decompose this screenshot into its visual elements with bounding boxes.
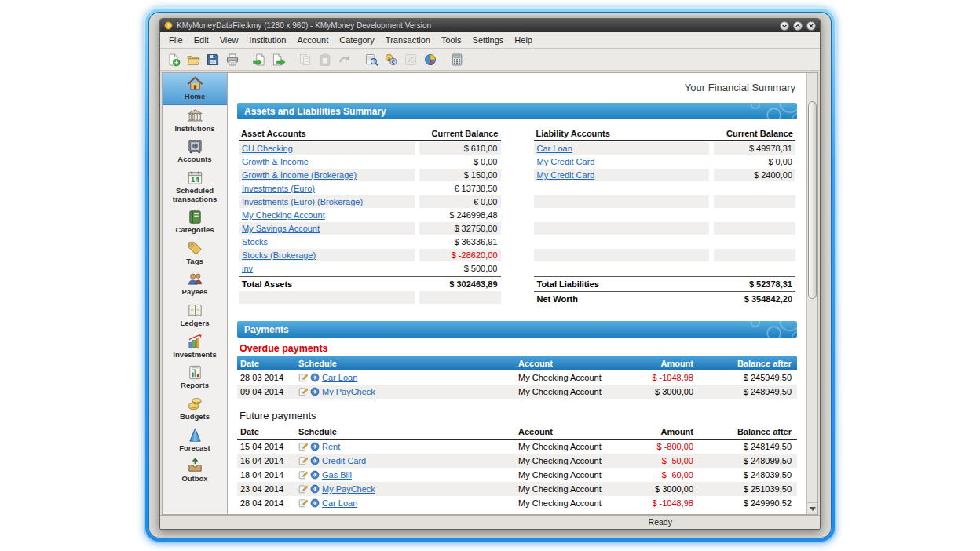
- titlebar[interactable]: KMyMoneyDataFile.kmy (1280 x 960) - KMyM…: [160, 19, 820, 32]
- account-link[interactable]: CU Checking: [242, 144, 293, 153]
- toolbar-button[interactable]: [448, 51, 466, 68]
- account-link[interactable]: Investments (Euro): [242, 184, 315, 193]
- enter-schedule-icon[interactable]: [310, 484, 320, 494]
- sidebar-item[interactable]: Categories: [163, 206, 227, 238]
- edit-schedule-icon[interactable]: [298, 498, 308, 508]
- minimize-button[interactable]: [780, 21, 789, 31]
- account-link[interactable]: Growth & Income: [242, 157, 309, 166]
- screenshot-frame: KMyMoneyDataFile.kmy (1280 x 960) - KMyM…: [144, 7, 836, 543]
- sidebar-item-label: Accounts: [177, 155, 211, 164]
- schedule-link[interactable]: Rent: [322, 442, 340, 451]
- asset-account-row: CU Checking $ 610,00: [239, 142, 501, 155]
- sidebar-item[interactable]: Payees: [163, 268, 227, 300]
- vertical-scrollbar[interactable]: [806, 73, 817, 514]
- statusbar: Ready: [160, 515, 820, 529]
- toolbar-button[interactable]: [250, 51, 268, 68]
- account-link[interactable]: My Credit Card: [537, 170, 595, 180]
- schedule-link[interactable]: Car Loan: [322, 373, 357, 382]
- schedule-link[interactable]: Gas Bill: [322, 470, 352, 480]
- toolbar-button[interactable]: [336, 51, 353, 68]
- sidebar-item-icon: [187, 302, 203, 319]
- schedule-link[interactable]: My PayCheck: [322, 387, 375, 396]
- menu-item[interactable]: Help: [509, 34, 538, 46]
- account-link[interactable]: Car Loan: [537, 144, 572, 153]
- payment-date: 09 04 2014: [237, 387, 295, 396]
- enter-schedule-icon[interactable]: [310, 442, 320, 451]
- sidebar-item[interactable]: Investments: [163, 331, 227, 363]
- toolbar-button[interactable]: [270, 51, 287, 68]
- liability-balance-header: Current Balance: [726, 129, 793, 138]
- maximize-button[interactable]: [793, 21, 803, 31]
- schedule-link[interactable]: My PayCheck: [322, 484, 375, 494]
- sidebar-item[interactable]: Institutions: [163, 105, 227, 137]
- toolbar-button[interactable]: [363, 51, 380, 68]
- account-link[interactable]: My Credit Card: [537, 157, 595, 166]
- account-link[interactable]: inv: [242, 264, 253, 273]
- menu-item[interactable]: Category: [334, 34, 380, 46]
- enter-schedule-icon[interactable]: [310, 470, 320, 480]
- account-link[interactable]: My Savings Account: [242, 224, 320, 233]
- toolbar-button[interactable]: [402, 51, 419, 68]
- sidebar-item[interactable]: Forecast: [163, 425, 227, 456]
- account-balance: [714, 249, 795, 261]
- edit-schedule-icon[interactable]: [298, 442, 308, 451]
- sidebar-item[interactable]: Budgets: [163, 393, 227, 425]
- enter-schedule-icon[interactable]: [310, 373, 320, 382]
- payment-date: 16 04 2014: [237, 456, 295, 465]
- account-link[interactable]: Stocks (Brokerage): [242, 250, 316, 260]
- sidebar-item[interactable]: Ledgers: [163, 300, 227, 331]
- account-link[interactable]: Stocks: [242, 237, 268, 246]
- menu-item[interactable]: View: [214, 34, 244, 46]
- asset-account-row: Stocks (Brokerage) $ -28620,00: [239, 249, 501, 261]
- enter-schedule-icon[interactable]: [310, 498, 320, 508]
- close-button[interactable]: [806, 21, 816, 31]
- edit-schedule-icon[interactable]: [298, 470, 308, 480]
- menu-item[interactable]: Institution: [243, 34, 291, 46]
- toolbar-button[interactable]: [204, 51, 221, 68]
- toolbar-button[interactable]: [224, 51, 241, 68]
- edit-schedule-icon[interactable]: [298, 373, 308, 382]
- app-icon: [164, 21, 173, 30]
- menu-item[interactable]: File: [163, 34, 188, 46]
- account-link[interactable]: Investments (Euro) (Brokerage): [242, 197, 363, 206]
- edit-schedule-icon[interactable]: [298, 484, 308, 494]
- menu-item[interactable]: Tools: [436, 34, 467, 46]
- liability-account-row: My Credit Card $ 0,00: [534, 155, 796, 168]
- account-link[interactable]: My Checking Account: [242, 210, 325, 220]
- account-balance: [714, 209, 795, 221]
- payment-row: 28 04 2014 Car Loan My Checking Account …: [237, 496, 797, 510]
- sidebar-item-icon: [187, 240, 203, 257]
- overdue-header-row: Date Schedule Account Amount Balance aft…: [237, 356, 797, 370]
- scroll-down-button[interactable]: [807, 502, 817, 514]
- account-balance: [714, 222, 795, 235]
- sidebar-item[interactable]: Accounts: [163, 136, 227, 167]
- sidebar-item[interactable]: Tags: [163, 238, 227, 269]
- account-balance: $ 610,00: [419, 142, 501, 155]
- toolbar-button[interactable]: [297, 51, 314, 68]
- edit-schedule-icon[interactable]: [298, 387, 308, 396]
- menu-item[interactable]: Transaction: [380, 34, 436, 46]
- account-link[interactable]: Growth & Income (Brokerage): [242, 170, 357, 180]
- edit-schedule-icon[interactable]: [298, 456, 308, 465]
- sidebar-item[interactable]: Reports: [163, 362, 227, 393]
- schedule-link[interactable]: Credit Card: [322, 456, 366, 465]
- kmymoney-window: KMyMoneyDataFile.kmy (1280 x 960) - KMyM…: [159, 18, 821, 530]
- toolbar-button[interactable]: $€: [382, 51, 400, 68]
- toolbar-button[interactable]: [185, 51, 202, 68]
- scrollbar-thumb[interactable]: [808, 101, 817, 299]
- enter-schedule-icon[interactable]: [310, 456, 320, 465]
- menu-item[interactable]: Settings: [467, 34, 510, 46]
- menu-item[interactable]: Account: [291, 34, 334, 46]
- sidebar-item[interactable]: Home: [163, 73, 227, 105]
- net-worth-label: Net Worth: [534, 293, 710, 305]
- toolbar-button[interactable]: [422, 51, 439, 68]
- menu-item[interactable]: Edit: [188, 34, 214, 46]
- enter-schedule-icon[interactable]: [310, 387, 320, 396]
- col-date: Date: [237, 427, 295, 436]
- overdue-payments-rows: 28 03 2014 Car Loan My Checking Account …: [237, 370, 797, 399]
- sidebar-item[interactable]: Outbox: [163, 455, 227, 487]
- schedule-link[interactable]: Car Loan: [322, 498, 357, 508]
- toolbar-button[interactable]: [316, 51, 334, 68]
- toolbar-button[interactable]: [165, 51, 182, 68]
- sidebar-item[interactable]: 14 Scheduled transactions: [163, 167, 227, 206]
